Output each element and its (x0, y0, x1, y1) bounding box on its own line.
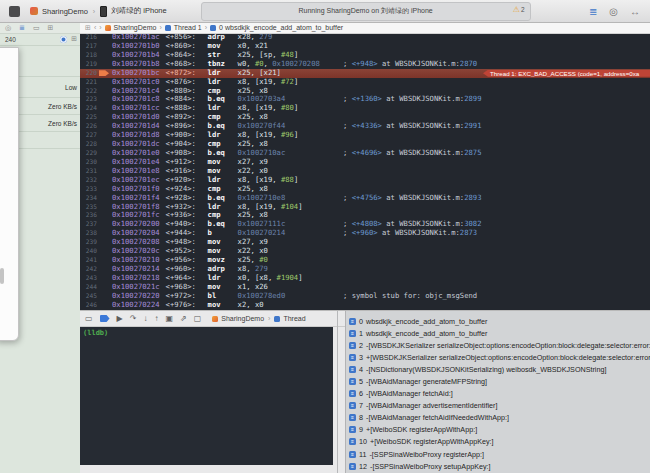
standard-editor-icon[interactable]: ≣ (589, 6, 597, 17)
line-number[interactable]: 228 (80, 140, 97, 149)
line-number[interactable]: 216 (80, 33, 97, 42)
gutter[interactable] (97, 42, 112, 51)
gutter[interactable] (97, 176, 112, 185)
gutter[interactable] (97, 167, 112, 176)
device-name[interactable]: 刘靖绿的 iPhone (111, 6, 166, 16)
line-number[interactable]: 224 (80, 104, 97, 113)
scheme-selector[interactable]: SharingDemo › 刘靖绿的 iPhone (30, 6, 167, 17)
gutter[interactable] (97, 229, 112, 238)
line-number[interactable]: 219 (80, 60, 97, 69)
breadcrumb-thread[interactable]: Thread 1 (174, 24, 202, 31)
forward-icon[interactable]: › (99, 24, 101, 31)
stack-frame[interactable]: ≡7-[WBAidManager advertisementIdentifier… (346, 400, 650, 412)
stack-frame[interactable]: ≡5-[WBAidManager generateMFPString] (346, 375, 650, 387)
line-number[interactable]: 236 (80, 211, 97, 220)
continue-icon[interactable]: ▶ (117, 314, 123, 323)
gutter[interactable] (97, 140, 112, 149)
gutter[interactable] (97, 122, 112, 131)
screenshot-icon[interactable]: ▢ (194, 314, 202, 323)
line-number[interactable]: 230 (80, 158, 97, 167)
gutter[interactable] (97, 95, 112, 104)
debug-app-name[interactable]: SharingDemo (221, 315, 264, 322)
gutter[interactable] (97, 274, 112, 283)
line-number[interactable]: 232 (80, 176, 97, 185)
gutter[interactable] (97, 113, 112, 122)
gutter[interactable] (97, 51, 112, 60)
stack-frame[interactable]: ≡11-[SSPSinaWeiboProxy registerApp:] (346, 448, 650, 460)
gutter[interactable] (97, 238, 112, 247)
stack-frame[interactable]: ≡8-[WBAidManager fetchAidIfNeededWithApp… (346, 412, 650, 424)
breadcrumb-frame[interactable]: 0 wbsdkjk_encode_add_atom_to_buffer (219, 24, 343, 31)
line-number[interactable]: 234 (80, 194, 97, 203)
gutter[interactable] (97, 256, 112, 265)
line-number[interactable]: 221 (80, 78, 97, 87)
version-editor-icon[interactable]: ↔ (630, 6, 640, 17)
breadcrumb-project[interactable]: SharingDemo (114, 24, 157, 31)
gutter[interactable] (97, 292, 112, 301)
simulate-location-icon[interactable]: ⇗ (180, 314, 187, 323)
navigator-tab-debug-icon[interactable]: ≣ (19, 24, 25, 32)
line-number[interactable]: 245 (80, 292, 97, 301)
breakpoints-toggle-icon[interactable] (100, 315, 110, 322)
gutter[interactable] (97, 247, 112, 256)
stack-frame[interactable]: ≡3+[WBSDKJKSerializer serializeObject:op… (346, 351, 650, 363)
gutter[interactable] (97, 283, 112, 292)
related-items-icon[interactable]: ⊞ (85, 24, 91, 32)
gutter[interactable] (97, 131, 112, 140)
view-toggle-icon[interactable]: ⊞ (71, 35, 77, 43)
gutter[interactable] (97, 78, 112, 87)
line-number[interactable]: 238 (80, 229, 97, 238)
stop-button[interactable] (9, 6, 20, 17)
line-number[interactable]: 231 (80, 167, 97, 176)
gauge-icon[interactable] (60, 36, 67, 43)
line-number[interactable]: 244 (80, 283, 97, 292)
scrollbar-thumb[interactable] (0, 268, 4, 284)
stack-frame[interactable]: ≡1wbsdkjk_encode_add_atom_to_buffer (346, 327, 650, 339)
exception-annotation[interactable]: Thread 1: EXC_BAD_ACCESS (code=1, addres… (483, 70, 650, 77)
line-number[interactable]: 243 (80, 274, 97, 283)
line-number[interactable]: 223 (80, 95, 97, 104)
line-number[interactable]: 227 (80, 131, 97, 140)
gutter[interactable] (97, 60, 112, 69)
line-number[interactable]: 235 (80, 203, 97, 212)
line-number[interactable]: 229 (80, 149, 97, 158)
line-number[interactable]: 233 (80, 185, 97, 194)
gutter[interactable] (97, 185, 112, 194)
line-number[interactable]: 217 (80, 42, 97, 51)
line-number[interactable]: 242 (80, 265, 97, 274)
assistant-editor-icon[interactable]: ◎ (609, 6, 618, 17)
gutter[interactable] (97, 301, 112, 310)
line-number[interactable]: 220 (80, 69, 97, 78)
process-row[interactable]: 240 ⊞ (0, 33, 80, 46)
stack-frame[interactable]: ≡6-[WBAidManager fetchAid:] (346, 388, 650, 400)
gutter[interactable] (97, 158, 112, 167)
back-icon[interactable]: ‹ (94, 24, 96, 31)
step-over-icon[interactable]: ↷ (130, 314, 137, 323)
navigator-tab-1-icon[interactable]: ◎ (5, 24, 11, 32)
navigator-tab-4-icon[interactable]: ⊞ (48, 24, 54, 32)
step-into-icon[interactable]: ↓ (143, 314, 147, 323)
gutter[interactable] (97, 33, 112, 42)
line-number[interactable]: 241 (80, 256, 97, 265)
line-number[interactable]: 240 (80, 247, 97, 256)
gutter[interactable] (97, 104, 112, 113)
gutter[interactable] (97, 203, 112, 212)
line-number[interactable]: 239 (80, 238, 97, 247)
disasm-line[interactable]: 2460x100270224<+976>:movx2, x0 (80, 301, 650, 310)
line-number[interactable]: 225 (80, 113, 97, 122)
line-number[interactable]: 226 (80, 122, 97, 131)
gutter[interactable] (97, 149, 112, 158)
line-number[interactable]: 246 (80, 301, 97, 310)
view-hierarchy-icon[interactable]: ▣ (165, 314, 173, 323)
line-number[interactable]: 237 (80, 220, 97, 229)
line-number[interactable]: 218 (80, 51, 97, 60)
gutter[interactable] (97, 194, 112, 203)
gutter[interactable] (97, 220, 112, 229)
stack-frame[interactable]: ≡4-[NSDictionary(WBSDKJSONKitSerializing… (346, 363, 650, 375)
step-out-icon[interactable]: ↑ (154, 314, 158, 323)
navigator-tab-3-icon[interactable]: ▭ (33, 24, 40, 32)
lldb-console[interactable]: (lldb) (80, 327, 333, 465)
debug-thread[interactable]: Thread (283, 315, 305, 322)
gutter[interactable] (97, 87, 112, 96)
scheme-name[interactable]: SharingDemo (42, 7, 88, 16)
